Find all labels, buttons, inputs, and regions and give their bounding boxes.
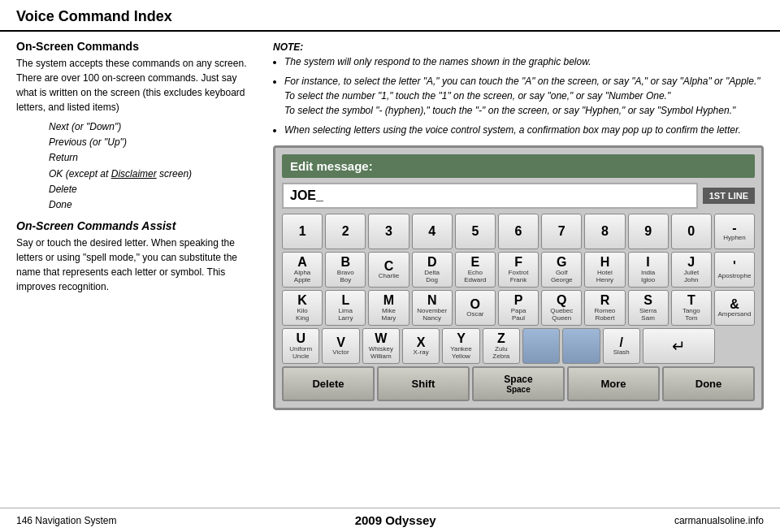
letter-row-uz: UUniformUncle VVictor WWhiskeyWilliam XX…: [282, 328, 755, 364]
key-7[interactable]: 7: [541, 214, 582, 249]
command-list: Next (or "Down") Previous (or "Up") Retu…: [49, 119, 260, 213]
keyboard-container: Edit message: JOE_ 1ST LINE 1 2 3 4 5: [273, 145, 764, 410]
left-column: On-Screen Commands The system accepts th…: [16, 40, 260, 500]
key-e[interactable]: EEchoEdward: [455, 252, 496, 288]
delete-button[interactable]: Delete: [282, 366, 375, 401]
input-row: JOE_ 1ST LINE: [282, 183, 755, 209]
key-i[interactable]: IIndiaIgloo: [628, 252, 669, 288]
key-w[interactable]: WWhiskeyWilliam: [362, 328, 400, 364]
key-9[interactable]: 9: [628, 214, 669, 249]
key-4[interactable]: 4: [412, 214, 453, 249]
number-row: 1 2 3 4 5 6 7 8 9 0 -Hyphen: [282, 214, 755, 249]
key-z[interactable]: ZZuluZebra: [483, 328, 520, 364]
cmd-previous: Previous (or "Up"): [49, 135, 260, 150]
footer: 146 Navigation System 2009 Odyssey carma…: [0, 508, 780, 532]
key-8[interactable]: 8: [584, 214, 625, 249]
key-q[interactable]: QQuebecQueen: [541, 290, 582, 326]
cmd-return: Return: [49, 150, 260, 166]
page-title: Voice Command Index: [0, 0, 780, 32]
line-label: 1ST LINE: [703, 188, 755, 204]
key-j[interactable]: JJulietJohn: [671, 252, 712, 288]
right-column: NOTE: The system will only respond to th…: [273, 40, 764, 500]
key-a[interactable]: AAlphaApple: [282, 252, 323, 288]
input-display: JOE_: [282, 183, 698, 209]
cmd-next: Next (or "Down"): [49, 119, 260, 135]
section2-title: On-Screen Commands Assist: [16, 219, 260, 232]
footer-left: 146 Navigation System: [16, 515, 116, 526]
note-item-1: The system will only respond to the name…: [284, 54, 764, 69]
key-d[interactable]: DDeltaDog: [412, 252, 453, 288]
note-item-3: When selecting letters using the voice c…: [284, 123, 764, 137]
key-x[interactable]: XX-ray: [402, 328, 440, 364]
key-v[interactable]: VVictor: [322, 328, 359, 364]
key-5[interactable]: 5: [455, 214, 496, 249]
key-c[interactable]: CCharlie: [368, 252, 409, 288]
key-l[interactable]: LLimaLarry: [325, 290, 366, 326]
key-1[interactable]: 1: [282, 214, 323, 249]
section2-body: Say or touch the desired letter. When sp…: [16, 236, 260, 294]
section1-body: The system accepts these commands on any…: [16, 56, 260, 115]
key-s[interactable]: SSierraSam: [628, 290, 669, 326]
page: Voice Command Index On-Screen Commands T…: [0, 0, 780, 532]
more-button[interactable]: More: [567, 366, 660, 401]
letter-row-kt: KKiloKing LLimaLarry MMikeMary NNovember…: [282, 290, 755, 326]
keys-grid: 1 2 3 4 5 6 7 8 9 0 -Hyphen AAlphaA: [282, 214, 755, 364]
key-o[interactable]: OOscar: [455, 290, 496, 326]
key-blue-2[interactable]: [562, 328, 600, 364]
note-list: The system will only respond to the name…: [284, 54, 764, 137]
key-apostrophe[interactable]: 'Apostrophe: [714, 252, 755, 288]
key-g[interactable]: GGolfGeorge: [541, 252, 582, 288]
note-section: NOTE: The system will only respond to th…: [273, 40, 764, 137]
key-u[interactable]: UUniformUncle: [282, 328, 319, 364]
cmd-delete: Delete: [49, 182, 260, 197]
section1-title: On-Screen Commands: [16, 40, 260, 53]
shift-button[interactable]: Shift: [377, 366, 470, 401]
content-area: On-Screen Commands The system accepts th…: [0, 32, 780, 508]
cmd-ok: OK (except at Disclaimer screen): [49, 167, 260, 182]
key-2[interactable]: 2: [325, 214, 366, 249]
key-slash[interactable]: /Slash: [603, 328, 640, 364]
done-button[interactable]: Done: [662, 366, 755, 401]
key-k[interactable]: KKiloKing: [282, 290, 323, 326]
space-button[interactable]: Space Space: [472, 366, 565, 401]
keyboard-header: Edit message:: [282, 154, 755, 178]
action-buttons-row: Delete Shift Space Space More Done: [282, 366, 755, 401]
footer-right: carmanualsoline.info: [674, 515, 764, 526]
input-value: JOE_: [290, 188, 323, 203]
key-0[interactable]: 0: [671, 214, 712, 249]
note-label: NOTE:: [273, 41, 303, 53]
key-enter[interactable]: ↵: [643, 328, 715, 364]
key-f[interactable]: FFoxtrotFrank: [498, 252, 539, 288]
letter-row-aj: AAlphaApple BBravoBoy CCharlie DDeltaDog…: [282, 252, 755, 288]
footer-center: 2009 Odyssey: [355, 513, 436, 527]
note-item-2: For instance, to select the letter "A," …: [284, 74, 764, 118]
key-6[interactable]: 6: [498, 214, 539, 249]
key-t[interactable]: TTangoTom: [671, 290, 712, 326]
key-blue-1[interactable]: [522, 328, 560, 364]
key-h[interactable]: HHotelHenry: [584, 252, 625, 288]
cmd-done: Done: [49, 197, 260, 213]
key-y[interactable]: YYankeeYellow: [442, 328, 479, 364]
key-ampersand[interactable]: &Ampersand: [714, 290, 755, 326]
key-3[interactable]: 3: [368, 214, 409, 249]
key-hyphen[interactable]: -Hyphen: [714, 214, 755, 249]
key-b[interactable]: BBravoBoy: [325, 252, 366, 288]
key-r[interactable]: RRomeoRobert: [584, 290, 625, 326]
key-n[interactable]: NNovemberNancy: [412, 290, 453, 326]
key-p[interactable]: PPapaPaul: [498, 290, 539, 326]
key-m[interactable]: MMikeMary: [368, 290, 409, 326]
